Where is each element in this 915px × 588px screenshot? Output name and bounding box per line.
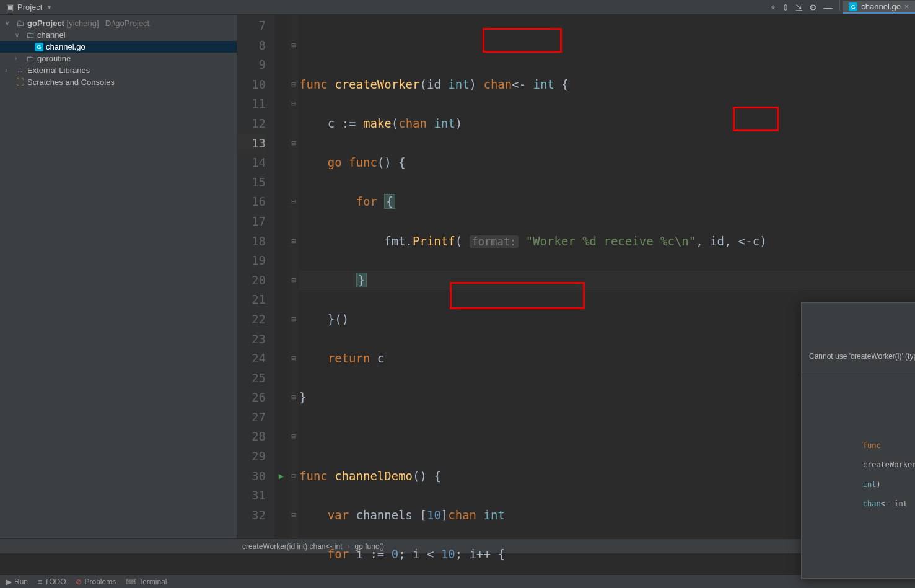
tool-todo[interactable]: ≡TODO bbox=[38, 577, 66, 586]
scratches-icon: ⛶ bbox=[15, 77, 25, 87]
target-icon[interactable]: ⌖ bbox=[771, 2, 776, 12]
tree-external-libraries[interactable]: › ⛬ External Libraries bbox=[0, 64, 237, 76]
folder-icon: 🗀 bbox=[25, 30, 35, 40]
collapse-icon[interactable]: ⇲ bbox=[795, 2, 803, 12]
tree-label: channel bbox=[37, 30, 66, 40]
tree-folder-goroutine[interactable]: › 🗀 goroutine bbox=[0, 53, 237, 64]
run-gutter: ▶ bbox=[274, 15, 288, 538]
tree-file-channel-go[interactable]: G channel.go bbox=[0, 41, 237, 53]
main-area: ∨ 🗀 goProject [yicheng] D:\goProject ∨ 🗀… bbox=[0, 15, 915, 538]
expand-icon[interactable]: ⇕ bbox=[782, 2, 789, 12]
tool-run[interactable]: ▶Run bbox=[6, 577, 28, 586]
tree-root-context: [yicheng] bbox=[67, 19, 99, 28]
project-toolbar-icons: ⌖ ⇕ ⇲ ⚙ — bbox=[771, 0, 837, 14]
tree-label: goroutine bbox=[37, 54, 71, 63]
tree-scratches[interactable]: ⛶ Scratches and Consoles bbox=[0, 76, 237, 88]
tree-label: Scratches and Consoles bbox=[27, 77, 115, 87]
line-gutter: 78910 11121314 15161718 19202122 2324252… bbox=[237, 15, 274, 538]
bottom-toolbar: ▶Run ≡TODO ⊘Problems ⌨Terminal bbox=[0, 574, 915, 588]
chevron-down-icon: ▼ bbox=[46, 4, 52, 11]
tooltip-signature: func createWorker(id int) chan<- int ⋮ bbox=[802, 411, 915, 539]
go-file-icon: G bbox=[849, 2, 857, 11]
tree-root-name: goProject bbox=[27, 19, 64, 28]
terminal-icon: ⌨ bbox=[126, 577, 136, 586]
library-icon: ⛬ bbox=[15, 66, 25, 75]
code-content[interactable]: func createWorker(id int) chan<- int { c… bbox=[299, 15, 915, 538]
tree-root[interactable]: ∨ 🗀 goProject [yicheng] D:\goProject bbox=[0, 17, 237, 29]
tab-channel-go[interactable]: G channel.go × bbox=[843, 1, 915, 14]
folder-icon: 🗀 bbox=[15, 19, 25, 28]
editor-tabs: G channel.go × bbox=[843, 0, 915, 14]
project-tree[interactable]: ∨ 🗀 goProject [yicheng] D:\goProject ∨ 🗀… bbox=[0, 15, 237, 538]
error-tooltip: Cannot use 'createWorker(i)' (type chan<… bbox=[801, 302, 915, 579]
topbar-separator bbox=[839, 0, 840, 11]
gear-icon[interactable]: ⚙ bbox=[809, 2, 817, 12]
topbar: ▣ Project ▼ ⌖ ⇕ ⇲ ⚙ — G channel.go × bbox=[0, 0, 915, 15]
run-icon: ▶ bbox=[6, 577, 12, 586]
tree-folder-channel[interactable]: ∨ 🗀 channel bbox=[0, 29, 237, 41]
tab-label: channel.go bbox=[861, 2, 901, 11]
close-tab-icon[interactable]: × bbox=[904, 2, 909, 11]
code-editor[interactable]: 78910 11121314 15161718 19202122 2324252… bbox=[237, 15, 915, 538]
tree-label: External Libraries bbox=[27, 66, 90, 75]
problems-icon: ⊘ bbox=[76, 577, 82, 586]
project-window-icon: ▣ bbox=[6, 2, 14, 12]
tool-terminal[interactable]: ⌨Terminal bbox=[126, 577, 167, 586]
tooltip-message: Cannot use 'createWorker(i)' (type chan<… bbox=[802, 342, 915, 372]
tree-root-path: D:\goProject bbox=[105, 19, 150, 28]
project-tool-label[interactable]: ▣ Project ▼ bbox=[0, 0, 58, 14]
tree-label: channel.go bbox=[46, 42, 85, 51]
tool-problems[interactable]: ⊘Problems bbox=[76, 577, 116, 586]
hide-icon[interactable]: — bbox=[823, 2, 832, 12]
todo-icon: ≡ bbox=[38, 577, 42, 586]
go-file-icon: G bbox=[35, 43, 43, 51]
run-main-icon[interactable]: ▶ bbox=[279, 467, 284, 486]
folder-icon: 🗀 bbox=[25, 54, 35, 63]
fold-gutter: ⊟⊟⊟⊟⊟⊟⊟⊟⊟⊟⊟⊟⊟ bbox=[288, 15, 299, 538]
project-title: Project bbox=[17, 2, 42, 12]
